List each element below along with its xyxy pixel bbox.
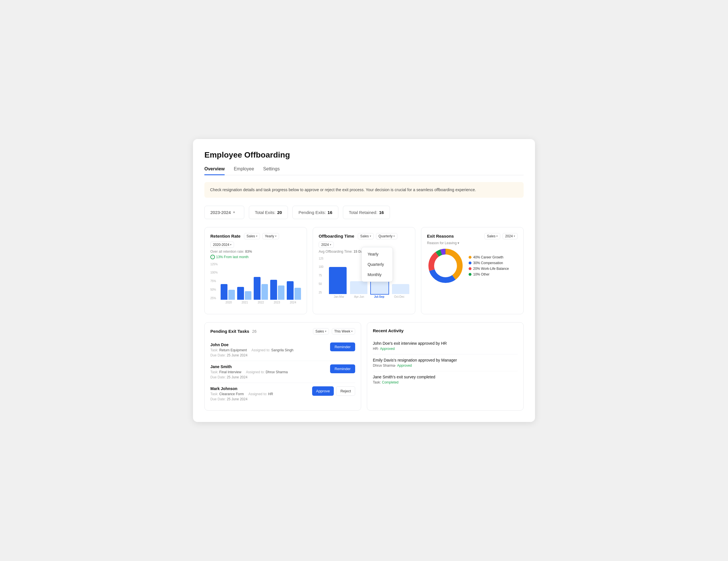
task-item-mark-johnson: Mark Johnson Task: Clearance Form Assign…: [210, 383, 355, 404]
retention-change: ↑ 13% From last month: [210, 255, 301, 259]
task-period-filter[interactable]: This Week ▾: [332, 328, 355, 334]
task-due: Due Date: 25 June 2024: [210, 353, 330, 357]
reject-button-mark-johnson[interactable]: Reject: [336, 386, 355, 396]
x-axis-labels: 2020 2021 2022 2023 2024: [210, 301, 301, 304]
dropdown-item-quarterly[interactable]: Quarterly: [362, 259, 393, 270]
approve-reject-actions: Approve Reject: [312, 386, 355, 396]
bar-group-2020: [221, 284, 235, 300]
chevron-down-icon: ▾: [514, 235, 515, 238]
offboarding-time-card: Offboarding Time Sales ▾ Quarterly ▾ Yea…: [313, 227, 415, 314]
exit-dept-filter[interactable]: Sales ▾: [484, 233, 500, 239]
offboard-col-oct: [392, 284, 410, 294]
task-left: Jane Smith Task: Final Interview Assigne…: [210, 364, 330, 379]
activity-sub: Dhruv Sharma- Approved: [373, 363, 518, 367]
bar-group-2022: [254, 277, 268, 300]
chevron-down-icon: ▾: [325, 330, 326, 333]
task-person-name: Mark Johnson: [210, 386, 312, 391]
chevron-down-icon: ▾: [457, 241, 459, 245]
legend-compensation: 30% Compensation: [469, 261, 509, 265]
year-value: 2023-2024: [210, 210, 231, 215]
bar-2024-b: [294, 288, 301, 300]
legend-career-growth: 40% Career Growth: [469, 255, 509, 259]
pending-tasks-card: Pending Exit Tasks 26 Sales ▾ This Week …: [204, 322, 361, 410]
retention-period-filter[interactable]: Yearly ▾: [262, 233, 279, 239]
year-selector[interactable]: 2023-2024 ▾: [204, 206, 244, 219]
task-row: Jane Smith Task: Final Interview Assigne…: [210, 364, 355, 379]
offboard-bar-jul: [371, 280, 389, 294]
chevron-down-icon: ▾: [233, 210, 235, 214]
reminder-button-john-doe[interactable]: Reminder: [330, 342, 355, 351]
info-banner: Check resignation details and task progr…: [204, 182, 524, 198]
total-exits-value: 20: [277, 210, 282, 215]
y-axis-labels: 125% 100% 75% 50% 25%: [210, 263, 218, 300]
task-meta: Task: Final Interview Assigned to: Dhruv…: [210, 370, 330, 374]
approved-badge: Approved: [397, 363, 412, 367]
bar-group-2023: [270, 280, 284, 300]
total-retained-card: Total Retained: 16: [343, 206, 390, 219]
offboard-col-apr: [350, 281, 368, 294]
activity-item-2: Emily Davis's resignation approved by Ma…: [373, 354, 518, 371]
dropdown-item-monthly[interactable]: Monthly: [362, 270, 393, 280]
bar-chart-area: 125% 100% 75% 50% 25%: [210, 263, 301, 300]
y-axis-labels-offboard: 125 100 75 50 25: [319, 257, 324, 294]
task-due: Due Date: 25 June 2024: [210, 397, 312, 401]
task-meta: Task: Return Equipment Assigned to: Sang…: [210, 348, 330, 352]
tab-settings[interactable]: Settings: [263, 166, 280, 175]
activity-sub: HR- Approved: [373, 347, 518, 351]
bar-2023-b: [278, 285, 285, 300]
task-row: John Doe Task: Return Equipment Assigned…: [210, 342, 355, 357]
chevron-down-icon: ▾: [256, 235, 257, 238]
task-person-name: John Doe: [210, 342, 330, 347]
total-retained-label: Total Retained:: [349, 210, 377, 215]
task-meta: Task: Clearance Form Assigned to: HR: [210, 392, 312, 396]
tab-overview[interactable]: Overview: [204, 166, 225, 175]
pending-exits-label: Pending Exits:: [298, 210, 326, 215]
chevron-down-icon: ▾: [330, 243, 331, 246]
pending-exits-value: 16: [328, 210, 332, 215]
task-person-name: Jane Smith: [210, 364, 330, 369]
activity-item-3: Jane Smith's exit survey completed Task:…: [373, 371, 518, 388]
tab-employee[interactable]: Employee: [234, 166, 254, 175]
task-row: Mark Johnson Task: Clearance Form Assign…: [210, 386, 355, 401]
approve-button-mark-johnson[interactable]: Approve: [312, 386, 334, 396]
retention-year-filter[interactable]: 2020-2024 ▾: [210, 242, 234, 248]
task-left: Mark Johnson Task: Clearance Form Assign…: [210, 386, 312, 401]
approved-badge: Approved: [380, 347, 394, 351]
bar-2022-b: [261, 284, 268, 300]
exit-reasons-header: Exit Reasons Sales ▾ 2024 ▾: [427, 233, 518, 239]
total-retained-value: 16: [379, 210, 384, 215]
exit-reason-filter[interactable]: Reason for Leaving ▾: [427, 241, 518, 245]
up-arrow-icon: ↑: [210, 255, 215, 259]
offboarding-title: Offboarding Time: [319, 234, 354, 239]
chevron-down-icon: ▾: [230, 243, 231, 246]
offboarding-dept-filter[interactable]: Sales ▾: [358, 233, 374, 239]
retention-dept-filter[interactable]: Sales ▾: [244, 233, 260, 239]
page-title: Employee Offboarding: [204, 151, 524, 160]
task-item-john-doe: John Doe Task: Return Equipment Assigned…: [210, 339, 355, 361]
legend-dot: [469, 262, 471, 265]
activity-text: Jane Smith's exit survey completed: [373, 375, 518, 379]
offboarding-header: Offboarding Time Sales ▾ Quarterly ▾ Yea…: [319, 233, 409, 248]
bar-2021-a: [237, 287, 244, 300]
retention-sub: Over all retention rate: 83%: [210, 250, 301, 254]
chevron-down-icon: ▾: [351, 330, 353, 333]
offboarding-year-filter[interactable]: 2024 ▾: [319, 242, 334, 248]
retention-header: Retention Rate Sales ▾ Yearly ▾ 2020-202…: [210, 233, 301, 248]
bar-2020-b: [228, 290, 235, 300]
reminder-button-jane-smith[interactable]: Reminder: [330, 364, 355, 373]
pending-tasks-count: 26: [252, 329, 257, 334]
task-dept-filter[interactable]: Sales ▾: [313, 328, 329, 334]
retention-bar-chart: 125% 100% 75% 50% 25%: [210, 263, 301, 308]
task-left: John Doe Task: Return Equipment Assigned…: [210, 342, 330, 357]
offboard-col-jul: [371, 280, 389, 294]
bottom-row: Pending Exit Tasks 26 Sales ▾ This Week …: [204, 322, 524, 410]
offboarding-period-filter[interactable]: Quarterly ▾ Yearly Quarterly Monthly: [376, 233, 397, 239]
legend-dot: [469, 256, 471, 259]
chevron-down-icon: ▾: [370, 235, 371, 238]
bar-2021-b: [245, 291, 252, 300]
legend-worklife: 20% Work-Life Balance: [469, 267, 509, 271]
activity-text: Emily Davis's resignation approved by Ma…: [373, 358, 518, 362]
exit-year-filter[interactable]: 2024 ▾: [503, 233, 518, 239]
dropdown-item-yearly[interactable]: Yearly: [362, 249, 393, 259]
legend-dot: [469, 267, 471, 270]
